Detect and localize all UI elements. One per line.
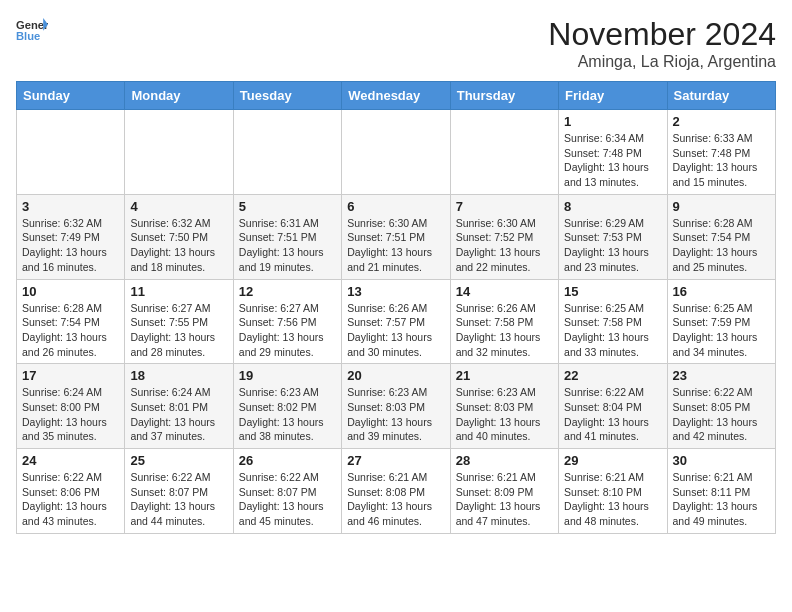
day-number: 2 [673, 114, 770, 129]
day-info: Sunrise: 6:22 AM Sunset: 8:07 PM Dayligh… [239, 470, 336, 529]
calendar-cell [125, 110, 233, 195]
day-info: Sunrise: 6:25 AM Sunset: 7:59 PM Dayligh… [673, 301, 770, 360]
day-info: Sunrise: 6:33 AM Sunset: 7:48 PM Dayligh… [673, 131, 770, 190]
calendar-title: November 2024 [548, 16, 776, 53]
day-number: 29 [564, 453, 661, 468]
calendar-cell: 29Sunrise: 6:21 AM Sunset: 8:10 PM Dayli… [559, 449, 667, 534]
day-info: Sunrise: 6:22 AM Sunset: 8:05 PM Dayligh… [673, 385, 770, 444]
week-row-3: 10Sunrise: 6:28 AM Sunset: 7:54 PM Dayli… [17, 279, 776, 364]
day-number: 8 [564, 199, 661, 214]
day-number: 5 [239, 199, 336, 214]
calendar-cell: 2Sunrise: 6:33 AM Sunset: 7:48 PM Daylig… [667, 110, 775, 195]
day-number: 11 [130, 284, 227, 299]
day-info: Sunrise: 6:34 AM Sunset: 7:48 PM Dayligh… [564, 131, 661, 190]
day-number: 28 [456, 453, 553, 468]
day-number: 20 [347, 368, 444, 383]
day-number: 7 [456, 199, 553, 214]
calendar-cell: 10Sunrise: 6:28 AM Sunset: 7:54 PM Dayli… [17, 279, 125, 364]
calendar-cell: 30Sunrise: 6:21 AM Sunset: 8:11 PM Dayli… [667, 449, 775, 534]
day-number: 24 [22, 453, 119, 468]
days-header-row: SundayMondayTuesdayWednesdayThursdayFrid… [17, 82, 776, 110]
calendar-cell: 25Sunrise: 6:22 AM Sunset: 8:07 PM Dayli… [125, 449, 233, 534]
calendar-cell: 1Sunrise: 6:34 AM Sunset: 7:48 PM Daylig… [559, 110, 667, 195]
day-info: Sunrise: 6:27 AM Sunset: 7:56 PM Dayligh… [239, 301, 336, 360]
day-info: Sunrise: 6:21 AM Sunset: 8:10 PM Dayligh… [564, 470, 661, 529]
day-info: Sunrise: 6:30 AM Sunset: 7:51 PM Dayligh… [347, 216, 444, 275]
calendar-cell: 5Sunrise: 6:31 AM Sunset: 7:51 PM Daylig… [233, 194, 341, 279]
week-row-1: 1Sunrise: 6:34 AM Sunset: 7:48 PM Daylig… [17, 110, 776, 195]
day-header-thursday: Thursday [450, 82, 558, 110]
day-number: 21 [456, 368, 553, 383]
calendar-cell: 8Sunrise: 6:29 AM Sunset: 7:53 PM Daylig… [559, 194, 667, 279]
calendar-cell: 23Sunrise: 6:22 AM Sunset: 8:05 PM Dayli… [667, 364, 775, 449]
day-number: 3 [22, 199, 119, 214]
logo: General Blue [16, 16, 48, 44]
svg-text:Blue: Blue [16, 30, 40, 42]
day-info: Sunrise: 6:22 AM Sunset: 8:06 PM Dayligh… [22, 470, 119, 529]
day-info: Sunrise: 6:27 AM Sunset: 7:55 PM Dayligh… [130, 301, 227, 360]
calendar-cell: 21Sunrise: 6:23 AM Sunset: 8:03 PM Dayli… [450, 364, 558, 449]
calendar-cell: 15Sunrise: 6:25 AM Sunset: 7:58 PM Dayli… [559, 279, 667, 364]
calendar-cell [450, 110, 558, 195]
day-number: 27 [347, 453, 444, 468]
calendar-cell: 12Sunrise: 6:27 AM Sunset: 7:56 PM Dayli… [233, 279, 341, 364]
week-row-2: 3Sunrise: 6:32 AM Sunset: 7:49 PM Daylig… [17, 194, 776, 279]
day-info: Sunrise: 6:24 AM Sunset: 8:00 PM Dayligh… [22, 385, 119, 444]
calendar-cell: 14Sunrise: 6:26 AM Sunset: 7:58 PM Dayli… [450, 279, 558, 364]
day-info: Sunrise: 6:23 AM Sunset: 8:03 PM Dayligh… [347, 385, 444, 444]
day-info: Sunrise: 6:25 AM Sunset: 7:58 PM Dayligh… [564, 301, 661, 360]
calendar-cell: 18Sunrise: 6:24 AM Sunset: 8:01 PM Dayli… [125, 364, 233, 449]
day-info: Sunrise: 6:28 AM Sunset: 7:54 PM Dayligh… [22, 301, 119, 360]
day-info: Sunrise: 6:28 AM Sunset: 7:54 PM Dayligh… [673, 216, 770, 275]
calendar-cell: 27Sunrise: 6:21 AM Sunset: 8:08 PM Dayli… [342, 449, 450, 534]
calendar-cell: 22Sunrise: 6:22 AM Sunset: 8:04 PM Dayli… [559, 364, 667, 449]
day-number: 30 [673, 453, 770, 468]
day-info: Sunrise: 6:22 AM Sunset: 8:04 PM Dayligh… [564, 385, 661, 444]
calendar-cell: 26Sunrise: 6:22 AM Sunset: 8:07 PM Dayli… [233, 449, 341, 534]
day-number: 4 [130, 199, 227, 214]
calendar-cell: 11Sunrise: 6:27 AM Sunset: 7:55 PM Dayli… [125, 279, 233, 364]
day-info: Sunrise: 6:23 AM Sunset: 8:02 PM Dayligh… [239, 385, 336, 444]
day-info: Sunrise: 6:26 AM Sunset: 7:58 PM Dayligh… [456, 301, 553, 360]
day-info: Sunrise: 6:29 AM Sunset: 7:53 PM Dayligh… [564, 216, 661, 275]
day-header-tuesday: Tuesday [233, 82, 341, 110]
day-info: Sunrise: 6:24 AM Sunset: 8:01 PM Dayligh… [130, 385, 227, 444]
day-number: 22 [564, 368, 661, 383]
title-area: November 2024 Aminga, La Rioja, Argentin… [548, 16, 776, 71]
day-info: Sunrise: 6:23 AM Sunset: 8:03 PM Dayligh… [456, 385, 553, 444]
day-info: Sunrise: 6:21 AM Sunset: 8:08 PM Dayligh… [347, 470, 444, 529]
calendar-cell [342, 110, 450, 195]
day-header-saturday: Saturday [667, 82, 775, 110]
day-number: 10 [22, 284, 119, 299]
day-info: Sunrise: 6:21 AM Sunset: 8:11 PM Dayligh… [673, 470, 770, 529]
day-header-sunday: Sunday [17, 82, 125, 110]
week-row-5: 24Sunrise: 6:22 AM Sunset: 8:06 PM Dayli… [17, 449, 776, 534]
day-number: 19 [239, 368, 336, 383]
day-info: Sunrise: 6:32 AM Sunset: 7:49 PM Dayligh… [22, 216, 119, 275]
calendar-cell: 13Sunrise: 6:26 AM Sunset: 7:57 PM Dayli… [342, 279, 450, 364]
calendar-cell: 20Sunrise: 6:23 AM Sunset: 8:03 PM Dayli… [342, 364, 450, 449]
day-number: 18 [130, 368, 227, 383]
day-number: 17 [22, 368, 119, 383]
day-info: Sunrise: 6:21 AM Sunset: 8:09 PM Dayligh… [456, 470, 553, 529]
day-header-monday: Monday [125, 82, 233, 110]
logo-icon: General Blue [16, 16, 48, 44]
day-header-wednesday: Wednesday [342, 82, 450, 110]
calendar-table: SundayMondayTuesdayWednesdayThursdayFrid… [16, 81, 776, 534]
calendar-cell [17, 110, 125, 195]
day-number: 6 [347, 199, 444, 214]
day-number: 14 [456, 284, 553, 299]
day-info: Sunrise: 6:22 AM Sunset: 8:07 PM Dayligh… [130, 470, 227, 529]
day-number: 9 [673, 199, 770, 214]
day-number: 12 [239, 284, 336, 299]
calendar-cell: 4Sunrise: 6:32 AM Sunset: 7:50 PM Daylig… [125, 194, 233, 279]
day-number: 15 [564, 284, 661, 299]
calendar-cell: 3Sunrise: 6:32 AM Sunset: 7:49 PM Daylig… [17, 194, 125, 279]
day-info: Sunrise: 6:31 AM Sunset: 7:51 PM Dayligh… [239, 216, 336, 275]
day-number: 13 [347, 284, 444, 299]
calendar-cell: 28Sunrise: 6:21 AM Sunset: 8:09 PM Dayli… [450, 449, 558, 534]
day-info: Sunrise: 6:26 AM Sunset: 7:57 PM Dayligh… [347, 301, 444, 360]
day-info: Sunrise: 6:32 AM Sunset: 7:50 PM Dayligh… [130, 216, 227, 275]
calendar-cell: 19Sunrise: 6:23 AM Sunset: 8:02 PM Dayli… [233, 364, 341, 449]
day-number: 16 [673, 284, 770, 299]
